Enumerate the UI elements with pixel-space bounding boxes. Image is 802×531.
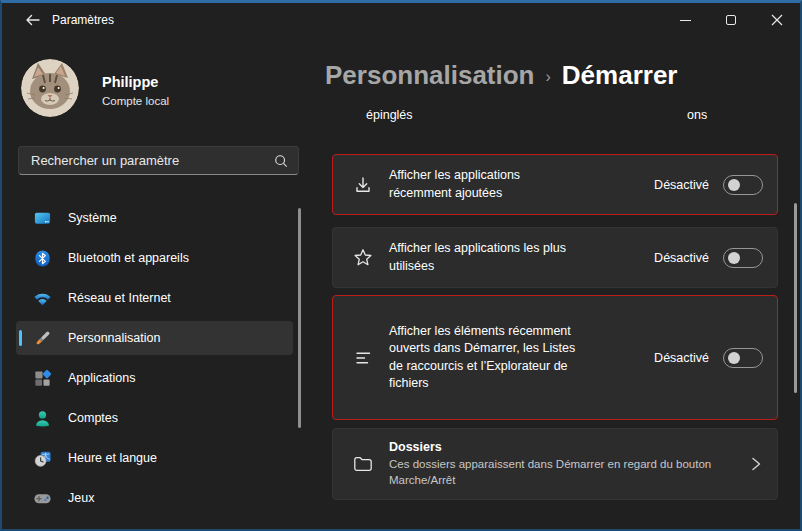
toggle-knob bbox=[728, 352, 740, 364]
breadcrumb-separator-icon: › bbox=[546, 68, 551, 86]
recent-items-icon bbox=[351, 348, 375, 368]
toggle-status-label: Désactivé bbox=[654, 351, 709, 365]
breadcrumb: Personnalisation › Démarrer bbox=[325, 60, 677, 91]
sidebar-item-bluetooth[interactable]: Bluetooth et appareils bbox=[16, 241, 293, 275]
time-language-icon bbox=[32, 448, 52, 468]
sidebar-item-heure-langue[interactable]: Heure et langue bbox=[16, 441, 293, 475]
setting-label: Afficher les applications les plus utili… bbox=[389, 240, 584, 275]
close-icon bbox=[771, 14, 783, 26]
breadcrumb-parent[interactable]: Personnalisation bbox=[325, 60, 535, 91]
toggle-recently-added[interactable] bbox=[723, 175, 763, 195]
system-icon bbox=[32, 208, 52, 228]
back-arrow-icon bbox=[25, 13, 41, 27]
close-button[interactable] bbox=[754, 3, 800, 37]
titlebar: Paramètres bbox=[2, 3, 800, 39]
apps-icon bbox=[32, 368, 52, 388]
sidebar-item-comptes[interactable]: Comptes bbox=[16, 401, 293, 435]
personalization-brush-icon bbox=[32, 328, 52, 348]
folder-icon bbox=[351, 453, 375, 475]
sidebar-item-label: Jeux bbox=[68, 491, 94, 505]
user-avatar[interactable] bbox=[21, 59, 79, 117]
recently-added-download-icon bbox=[351, 175, 375, 195]
app-title: Paramètres bbox=[52, 13, 114, 27]
star-icon bbox=[351, 247, 375, 269]
setting-row-recently-added: Afficher les applications récemment ajou… bbox=[332, 154, 778, 215]
accounts-icon bbox=[32, 408, 52, 428]
user-account-type: Compte local bbox=[102, 95, 169, 107]
toggle-most-used[interactable] bbox=[723, 248, 763, 268]
folders-title: Dossiers bbox=[389, 440, 741, 454]
kitten-photo bbox=[21, 59, 79, 117]
sidebar-item-label: Bluetooth et appareils bbox=[68, 251, 189, 265]
sidebar-item-label: Personnalisation bbox=[68, 331, 160, 345]
chevron-right-icon bbox=[749, 456, 763, 472]
sidebar-item-reseau[interactable]: Réseau et Internet bbox=[16, 281, 293, 315]
setting-row-recent-items: Afficher les éléments récemment ouverts … bbox=[332, 295, 778, 420]
sidebar-item-label: Système bbox=[68, 211, 117, 225]
setting-label: Afficher les applications récemment ajou… bbox=[389, 167, 584, 202]
back-button[interactable] bbox=[16, 7, 50, 33]
network-wifi-icon bbox=[32, 288, 52, 308]
sidebar-item-applications[interactable]: Applications bbox=[16, 361, 293, 395]
clipped-text-left: épinglés bbox=[366, 108, 413, 122]
main-scrollbar[interactable] bbox=[794, 203, 797, 393]
toggle-status-label: Désactivé bbox=[654, 251, 709, 265]
toggle-recent-items[interactable] bbox=[723, 348, 763, 368]
search-icon bbox=[274, 154, 288, 168]
sidebar-item-label: Heure et langue bbox=[68, 451, 157, 465]
sidebar-item-personnalisation[interactable]: Personnalisation bbox=[16, 321, 293, 355]
sidebar-item-systeme[interactable]: Système bbox=[16, 201, 293, 235]
setting-row-most-used: Afficher les applications les plus utili… bbox=[332, 227, 778, 288]
gaming-icon bbox=[32, 488, 52, 508]
maximize-icon bbox=[726, 15, 736, 25]
folders-description: Ces dossiers apparaissent dans Démarrer … bbox=[389, 457, 741, 488]
minimize-icon bbox=[680, 20, 691, 21]
user-name: Philippe bbox=[102, 74, 158, 90]
setting-row-folders[interactable]: Dossiers Ces dossiers apparaissent dans … bbox=[332, 428, 778, 500]
toggle-status-label: Désactivé bbox=[654, 178, 709, 192]
maximize-button[interactable] bbox=[708, 3, 754, 37]
bluetooth-icon bbox=[32, 248, 52, 268]
setting-label: Afficher les éléments récemment ouverts … bbox=[389, 323, 584, 393]
toggle-knob bbox=[728, 179, 740, 191]
sidebar-item-label: Applications bbox=[68, 371, 135, 385]
toggle-knob bbox=[728, 252, 740, 264]
minimize-button[interactable] bbox=[662, 3, 708, 37]
sidebar-item-label: Comptes bbox=[68, 411, 118, 425]
page-title: Démarrer bbox=[562, 60, 678, 91]
clipped-text-right: ons bbox=[687, 108, 707, 122]
sidebar-scrollbar[interactable] bbox=[298, 208, 301, 428]
sidebar-item-jeux[interactable]: Jeux bbox=[16, 481, 293, 515]
search-box bbox=[18, 146, 299, 175]
search-input[interactable] bbox=[19, 153, 274, 168]
sidebar-item-label: Réseau et Internet bbox=[68, 291, 171, 305]
sidebar-nav: Système Bluetooth et appareils Réseau et… bbox=[16, 201, 293, 521]
selected-accent-pill bbox=[19, 330, 22, 346]
